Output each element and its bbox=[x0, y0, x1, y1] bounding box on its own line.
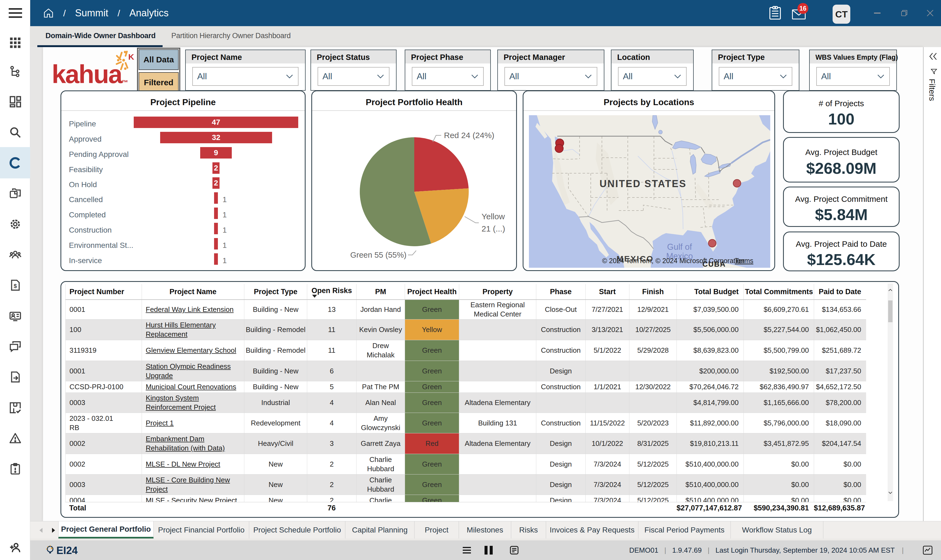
svg-text:Red 24 (24%): Red 24 (24%) bbox=[444, 131, 494, 140]
svg-text:$: $ bbox=[14, 283, 17, 289]
svg-text:Terms: Terms bbox=[735, 257, 753, 265]
svg-text:© 2024 TomTom, © 2024 Microsof: © 2024 TomTom, © 2024 Microsoft Corporat… bbox=[602, 257, 745, 265]
svg-text:Gulf of: Gulf of bbox=[667, 242, 692, 252]
svg-text:UNITED STATES: UNITED STATES bbox=[600, 178, 687, 189]
svg-text:Green 55 (55%): Green 55 (55%) bbox=[350, 251, 406, 259]
svg-text:Yellow: Yellow bbox=[481, 212, 505, 221]
svg-text:21 (...): 21 (...) bbox=[481, 224, 505, 233]
svg-text:K: K bbox=[128, 52, 134, 61]
